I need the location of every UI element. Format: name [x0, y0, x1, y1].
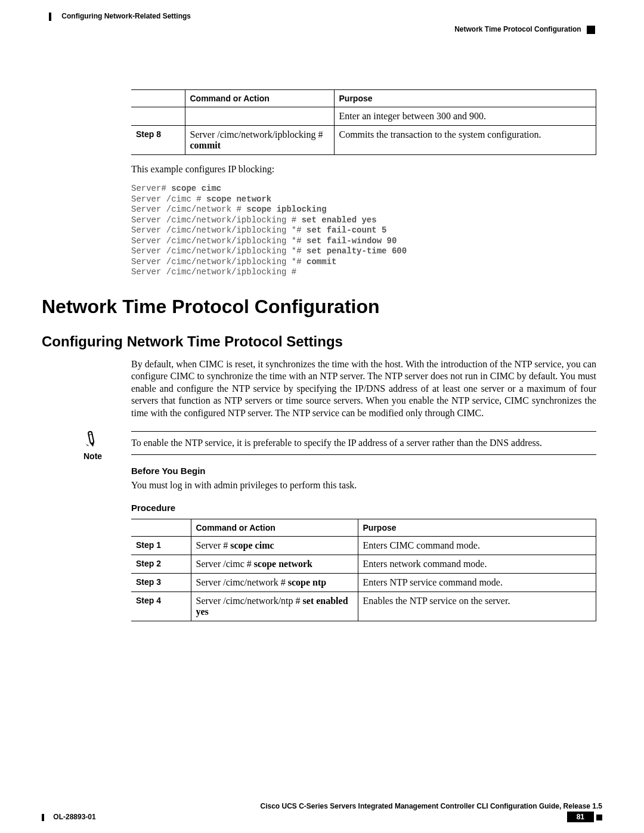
table-row: Step 2 Server /cimc # scope network Ente… [131, 555, 596, 573]
footer-page-wrap: 81 [567, 812, 602, 822]
cmd-prefix: Server /cimc # [196, 559, 254, 569]
cell-purpose: Enters CIMC command mode. [358, 536, 596, 555]
header-bar-icon [49, 13, 51, 21]
cell-purpose: Enter an integer between 300 and 900. [334, 107, 596, 126]
th-purpose: Purpose [358, 519, 596, 536]
example-intro: This example configures IP blocking: [131, 163, 596, 175]
cell-command: Server /cimc/network # scope ntp [191, 573, 358, 592]
table-row: Enter an integer between 300 and 900. [131, 107, 596, 126]
before-you-begin-title: Before You Begin [131, 466, 596, 476]
cmd-bold: scope network [254, 559, 312, 569]
note-icon [83, 429, 103, 450]
table-row: Step 8 Server /cimc/network/ipblocking #… [131, 126, 596, 155]
body-paragraph: By default, when CIMC is reset, it synch… [131, 358, 596, 419]
ntp-procedure-table: Command or Action Purpose Step 1 Server … [131, 519, 596, 621]
section-heading: Network Time Protocol Configuration [42, 296, 596, 318]
cell-purpose: Commits the transaction to the system co… [334, 126, 596, 155]
th-blank [131, 519, 191, 536]
table-row: Step 4 Server /cimc/network/ntp # set en… [131, 592, 596, 621]
cell-purpose: Enters network command mode. [358, 555, 596, 573]
cmd-bold: scope ntp [288, 577, 326, 587]
th-blank [131, 90, 185, 107]
th-purpose: Purpose [334, 90, 596, 107]
cmd-bold: scope cimc [230, 540, 274, 550]
cmd-prefix: Server /cimc/network/ipblocking # [190, 129, 323, 140]
cmd-prefix: Server /cimc/network/ntp # [196, 596, 303, 606]
footer-doc-id: OL-28893-01 [42, 813, 96, 821]
footer-bar-icon [42, 814, 44, 821]
cmd-bold: commit [190, 140, 221, 150]
svg-rect-0 [88, 432, 94, 444]
page-footer: Cisco UCS C-Series Servers Integrated Ma… [42, 802, 602, 822]
before-you-begin-text: You must log in with admin privileges to… [131, 479, 596, 491]
header-left-text: Configuring Network-Related Settings [61, 12, 191, 20]
cli-example: Server# scope cimc Server /cimc # scope … [131, 184, 596, 278]
header-square-icon [587, 26, 595, 34]
cell-step: Step 2 [131, 555, 191, 573]
cell-purpose: Enters NTP service command mode. [358, 573, 596, 592]
footer-square-icon [596, 815, 602, 820]
cell-command: Server /cimc/network/ntp # set enabled y… [191, 592, 358, 621]
table-row: Step 3 Server /cimc/network # scope ntp … [131, 573, 596, 592]
note-text: To enable the NTP service, it is prefera… [131, 431, 596, 455]
cmd-prefix: Server # [196, 540, 231, 550]
procedure-title: Procedure [131, 503, 596, 513]
cmd-prefix: Server /cimc/network # [196, 577, 288, 587]
cell-step: Step 4 [131, 592, 191, 621]
th-command: Command or Action [191, 519, 358, 536]
header-left: Configuring Network-Related Settings [49, 12, 191, 21]
ipblocking-table: Command or Action Purpose Enter an integ… [131, 89, 596, 155]
cell-step: Step 3 [131, 573, 191, 592]
cell-command: Server /cimc/network/ipblocking # commit [185, 126, 334, 155]
cell-command: Server # scope cimc [191, 536, 358, 555]
note-block: Note To enable the NTP service, it is pr… [83, 431, 596, 455]
svg-line-1 [89, 434, 92, 435]
subsection-heading: Configuring Network Time Protocol Settin… [42, 333, 596, 350]
cell-step: Step 8 [131, 126, 185, 155]
cell-step: Step 1 [131, 536, 191, 555]
table-row: Step 1 Server # scope cimc Enters CIMC c… [131, 536, 596, 555]
cell-command: Server /cimc # scope network [191, 555, 358, 573]
footer-guide-title: Cisco UCS C-Series Servers Integrated Ma… [42, 802, 602, 810]
note-label: Note [83, 451, 102, 461]
th-command: Command or Action [185, 90, 334, 107]
cell-purpose: Enables the NTP service on the server. [358, 592, 596, 621]
page-header: Configuring Network-Related Settings Net… [42, 12, 602, 48]
header-right: Network Time Protocol Configuration [454, 25, 595, 34]
header-right-text: Network Time Protocol Configuration [454, 25, 581, 33]
footer-page-number: 81 [567, 812, 594, 822]
